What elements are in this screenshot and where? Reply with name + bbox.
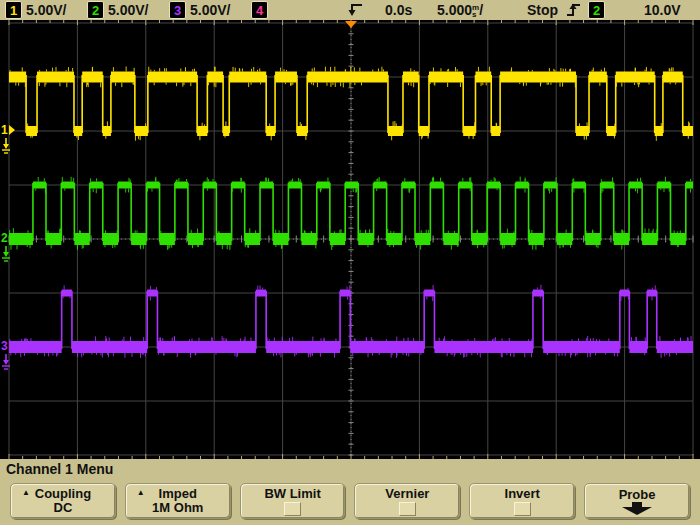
channel-4-badge[interactable]: 4 xyxy=(251,1,268,19)
channel-3-scale: 5.00V/ xyxy=(190,2,230,18)
trigger-level: 10.0V xyxy=(644,2,681,18)
vernier-checkbox[interactable] xyxy=(399,502,416,516)
invert-checkbox[interactable] xyxy=(514,502,531,516)
softkey-label: BW Limit xyxy=(264,487,320,501)
timebase: 5.000ms/ xyxy=(437,2,483,18)
timebase-value: 5.000 xyxy=(437,2,472,18)
right-arrow-icon xyxy=(9,125,15,135)
delay-time: 0.0s xyxy=(385,2,412,18)
softkey-label: Invert xyxy=(505,487,540,501)
channel-3-badge[interactable]: 3 xyxy=(169,1,186,19)
bw-limit-checkbox[interactable] xyxy=(284,502,301,516)
time-reference-icon xyxy=(346,1,364,19)
timebase-suffix: / xyxy=(479,2,483,18)
trigger-source-badge[interactable]: 2 xyxy=(588,1,605,19)
channel-2-ground-marker: 2 xyxy=(1,232,15,244)
channel-2-scale: 5.00V/ xyxy=(108,2,148,18)
channel-1-ground-marker: 1 xyxy=(1,124,15,136)
run-state: Stop xyxy=(527,2,558,18)
probe-down-arrow-icon xyxy=(620,502,654,515)
softkey-label: Imped xyxy=(159,487,197,501)
graticule-and-traces xyxy=(0,20,700,459)
softkey-impedance[interactable]: ▲ Imped 1M Ohm xyxy=(125,483,231,519)
menu-title: Channel 1 Menu xyxy=(0,459,700,479)
waveform-display: 1 2 3 xyxy=(0,20,700,459)
channel-3-ground-icon xyxy=(0,354,12,370)
right-arrow-icon xyxy=(9,233,15,243)
channel-1-scale: 5.00V/ xyxy=(26,2,66,18)
channel-1-badge[interactable]: 1 xyxy=(5,1,22,19)
softkey-label: Probe xyxy=(619,488,656,502)
channel-3-marker-label: 3 xyxy=(1,340,8,352)
status-bar: 1 5.00V/ 2 5.00V/ 3 5.00V/ 4 0.0s 5.000m… xyxy=(0,0,700,20)
softkey-label: Vernier xyxy=(385,487,429,501)
softkey-probe[interactable]: Probe xyxy=(584,483,690,519)
channel-1-marker-label: 1 xyxy=(1,124,8,136)
channel-2-badge[interactable]: 2 xyxy=(87,1,104,19)
popup-indicator-icon: ▲ xyxy=(137,488,145,497)
softkey-row: ▲ Coupling DC ▲ Imped 1M Ohm BW Limit Ve… xyxy=(0,483,700,519)
oscilloscope-screen: 1 5.00V/ 2 5.00V/ 3 5.00V/ 4 0.0s 5.000m… xyxy=(0,0,700,525)
channel-1-ground-icon xyxy=(0,138,12,154)
channel-2-ground-icon xyxy=(0,246,12,262)
softkey-coupling[interactable]: ▲ Coupling DC xyxy=(10,483,116,519)
rising-edge-trigger-icon xyxy=(566,1,582,19)
popup-indicator-icon: ▲ xyxy=(22,488,30,497)
softkey-value: 1M Ohm xyxy=(152,501,203,515)
softkey-label: Coupling xyxy=(35,487,91,501)
softkey-value: DC xyxy=(54,501,73,515)
softkey-bw-limit[interactable]: BW Limit xyxy=(240,483,346,519)
right-arrow-icon xyxy=(9,341,15,351)
channel-2-marker-label: 2 xyxy=(1,232,8,244)
softkey-invert[interactable]: Invert xyxy=(469,483,575,519)
softkey-vernier[interactable]: Vernier xyxy=(354,483,460,519)
channel-3-ground-marker: 3 xyxy=(1,340,15,352)
